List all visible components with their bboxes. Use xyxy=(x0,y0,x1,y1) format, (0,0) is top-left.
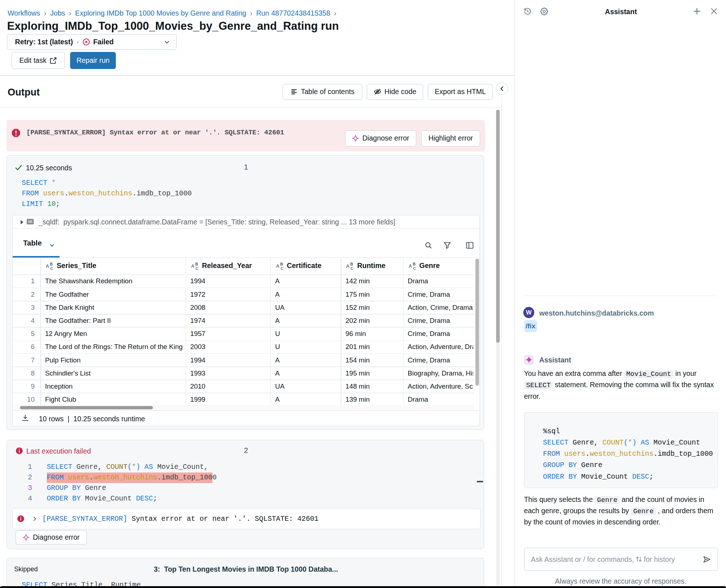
svg-text:A: A xyxy=(409,263,412,268)
svg-text:B: B xyxy=(50,262,53,266)
svg-text:C: C xyxy=(50,266,53,270)
svg-text:A: A xyxy=(191,263,194,268)
svg-text:C: C xyxy=(196,266,199,270)
svg-text:C: C xyxy=(351,266,354,270)
svg-text:C: C xyxy=(280,266,283,270)
svg-text:B: B xyxy=(413,262,415,266)
svg-text:C: C xyxy=(413,266,416,270)
svg-text:B: B xyxy=(350,262,353,266)
svg-text:A: A xyxy=(346,263,349,268)
svg-text:A: A xyxy=(46,263,49,268)
svg-text:A: A xyxy=(276,263,279,268)
svg-text:B: B xyxy=(280,262,283,266)
svg-text:B: B xyxy=(195,262,198,266)
